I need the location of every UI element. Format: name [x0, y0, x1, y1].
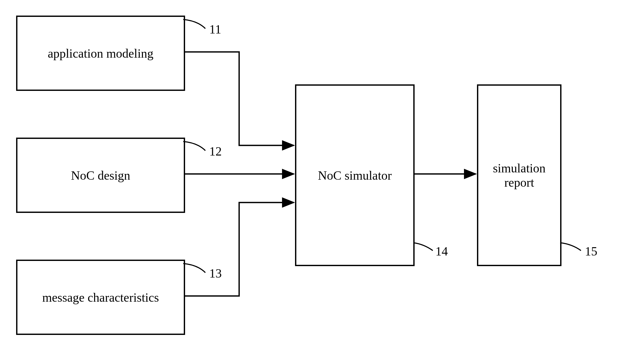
arrow-sim-to-report — [0, 0, 628, 364]
